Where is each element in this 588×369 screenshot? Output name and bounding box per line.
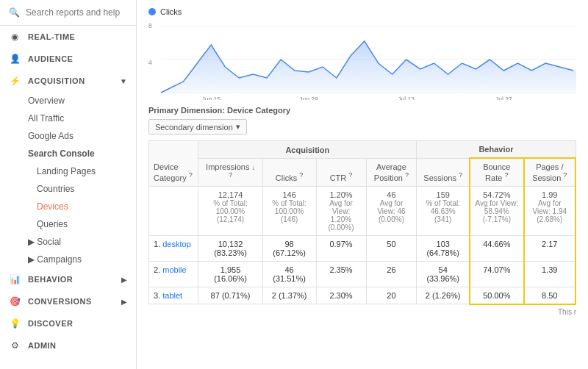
- collapse-icon: ▼: [120, 77, 127, 85]
- chart-container: 8 4 Jun 15 Jun 29 Jul 13 Jul 27: [148, 19, 576, 100]
- sidebar-item-discover[interactable]: 💡 DISCOVER: [0, 312, 136, 334]
- totals-impressions: 12,174 % of Total: 100.00% (12,174): [198, 186, 262, 235]
- sidebar-item-audience[interactable]: 👤 AUDIENCE: [0, 48, 136, 70]
- table-row: 1. desktop 10,132 (83.23%) 98 (67.12%) 0…: [149, 235, 576, 261]
- totals-bounce-rate: 54.72% Avg for View: 58.94% (-7.17%): [470, 186, 524, 235]
- device-link[interactable]: desktop: [162, 240, 191, 248]
- sidebar-subitem-countries[interactable]: Countries: [0, 180, 136, 198]
- search-bar[interactable]: 🔍: [0, 0, 136, 26]
- search-input[interactable]: [26, 7, 127, 18]
- totals-ctr: 1.20% Avg for View: 1.20% (0.00%): [316, 186, 366, 235]
- row-device: 1. desktop: [149, 235, 198, 261]
- cell-pages-per-session: 1.39: [524, 261, 576, 287]
- svg-text:Jun 15: Jun 15: [202, 96, 221, 100]
- table-note: This r: [148, 305, 576, 319]
- cell-ctr: 2.30%: [316, 287, 366, 304]
- svg-text:4: 4: [148, 59, 152, 66]
- col-pages-per-session[interactable]: Pages / Session ?: [524, 158, 576, 186]
- sidebar-item-label: ADMIN: [28, 341, 57, 350]
- line-chart: 8 4 Jun 15 Jun 29 Jul 13 Jul 27: [148, 19, 576, 100]
- sidebar-subitem-social[interactable]: ▶ Social: [0, 233, 136, 251]
- col-device-category: Device Category ?: [149, 141, 198, 187]
- behavior-header: Behavior: [417, 141, 576, 159]
- sidebar-subitem-devices[interactable]: Devices: [0, 198, 136, 215]
- col-bounce-rate[interactable]: Bounce Rate ?: [470, 158, 524, 186]
- col-avg-position[interactable]: Average Position ?: [366, 158, 417, 186]
- svg-text:Jul 13: Jul 13: [398, 96, 415, 100]
- sidebar-subitem-queries[interactable]: Queries: [0, 215, 136, 233]
- secondary-dimension-button[interactable]: Secondary dimension ▾: [148, 119, 247, 135]
- totals-clicks: 146 % of Total: 100.00% (146): [262, 186, 316, 235]
- totals-label: [149, 186, 198, 235]
- col-impressions[interactable]: Impressions ↓ ?: [198, 158, 262, 186]
- sidebar-subitem-googleads[interactable]: Google Ads: [0, 127, 136, 145]
- main-content: Clicks 8 4 Jun 15 Jun 29 Jul 13 Jul 27: [137, 0, 588, 369]
- sidebar-item-label: CONVERSIONS: [28, 297, 92, 306]
- sidebar-item-behavior[interactable]: 📊 BEHAVIOR ▶: [0, 268, 136, 290]
- cell-sessions: 54 (33.96%): [417, 261, 470, 287]
- sidebar: 🔍 ◉ REAL-TIME 👤 AUDIENCE ⚡ ACQUISITION ▼…: [0, 0, 137, 369]
- table-row: 2. mobile 1,955 (16.06%) 46 (31.51%) 2.3…: [149, 261, 576, 287]
- row-rank: 2.: [154, 265, 160, 274]
- sidebar-subitem-overview[interactable]: Overview: [0, 92, 136, 110]
- conversions-expand-icon: ▶: [121, 298, 127, 306]
- cell-bounce-rate: 50.00%: [470, 287, 524, 304]
- device-link[interactable]: tablet: [162, 291, 182, 300]
- sidebar-item-label: BEHAVIOR: [28, 275, 73, 284]
- cell-bounce-rate: 44.66%: [470, 235, 524, 261]
- sidebar-subitem-searchconsole[interactable]: Search Console: [0, 145, 136, 162]
- search-icon: 🔍: [9, 7, 20, 18]
- sidebar-item-label: DISCOVER: [28, 319, 73, 328]
- realtime-icon: ◉: [9, 32, 21, 42]
- cell-ctr: 0.97%: [316, 235, 366, 261]
- cell-bounce-rate: 74.07%: [470, 261, 524, 287]
- row-rank: 1.: [154, 240, 160, 248]
- col-clicks[interactable]: Clicks ?: [262, 158, 316, 186]
- chevron-down-icon: ▾: [236, 122, 240, 132]
- sidebar-item-admin[interactable]: ⚙ ADMIN: [0, 334, 136, 357]
- totals-sessions: 159 % of Total: 46.63% (341): [417, 186, 470, 235]
- chart-area: Clicks 8 4 Jun 15 Jun 29 Jul 13 Jul 27: [137, 0, 588, 100]
- cell-impressions: 1,955 (16.06%): [198, 261, 262, 287]
- device-link[interactable]: mobile: [162, 265, 186, 274]
- cell-sessions: 103 (64.78%): [417, 235, 470, 261]
- totals-avg-position: 46 Avg for View: 46 (0.00%): [366, 186, 417, 235]
- cell-impressions: 87 (0.71%): [198, 287, 262, 304]
- cell-clicks: 46 (31.51%): [262, 261, 316, 287]
- svg-text:Jul 27: Jul 27: [495, 96, 512, 100]
- sidebar-item-acquisition[interactable]: ⚡ ACQUISITION ▼: [0, 70, 136, 92]
- cell-sessions: 2 (1.26%): [417, 287, 470, 304]
- sidebar-item-label: ACQUISITION: [28, 76, 85, 85]
- behavior-icon: 📊: [9, 274, 21, 284]
- cell-impressions: 10,132 (83.23%): [198, 235, 262, 261]
- acquisition-icon: ⚡: [9, 76, 21, 86]
- sidebar-item-realtime[interactable]: ◉ REAL-TIME: [0, 26, 136, 48]
- cell-pages-per-session: 8.50: [524, 287, 576, 304]
- sidebar-subitem-landingpages[interactable]: Landing Pages: [0, 162, 136, 180]
- legend-label: Clicks: [160, 7, 182, 16]
- col-sessions[interactable]: Sessions ?: [417, 158, 470, 186]
- col-ctr[interactable]: CTR ?: [316, 158, 366, 186]
- row-device: 3. tablet: [149, 287, 198, 304]
- primary-dimension-label: Primary Dimension: Device Category: [148, 106, 576, 115]
- data-table: Device Category ? Acquisition Behavior I…: [148, 140, 576, 305]
- cell-avg-position: 50: [366, 235, 417, 261]
- row-device: 2. mobile: [149, 261, 198, 287]
- sidebar-subitem-alltraffic[interactable]: All Traffic: [0, 110, 136, 127]
- sidebar-item-label: REAL-TIME: [28, 32, 75, 41]
- cell-pages-per-session: 2.17: [524, 235, 576, 261]
- discover-icon: 💡: [9, 318, 21, 329]
- legend-dot: [148, 8, 156, 15]
- cell-avg-position: 20: [366, 287, 417, 304]
- sidebar-item-conversions[interactable]: 🎯 CONVERSIONS ▶: [0, 290, 136, 312]
- table-area: Primary Dimension: Device Category Secon…: [137, 100, 588, 369]
- behavior-expand-icon: ▶: [121, 276, 127, 284]
- svg-text:Jun 29: Jun 29: [299, 96, 318, 100]
- totals-row: 12,174 % of Total: 100.00% (12,174) 146 …: [149, 186, 576, 235]
- svg-marker-9: [161, 41, 576, 93]
- cell-clicks: 98 (67.12%): [262, 235, 316, 261]
- cell-clicks: 2 (1.37%): [262, 287, 316, 304]
- svg-text:8: 8: [148, 22, 152, 29]
- cell-ctr: 2.35%: [316, 261, 366, 287]
- sidebar-subitem-campaigns[interactable]: ▶ Campaigns: [0, 251, 136, 268]
